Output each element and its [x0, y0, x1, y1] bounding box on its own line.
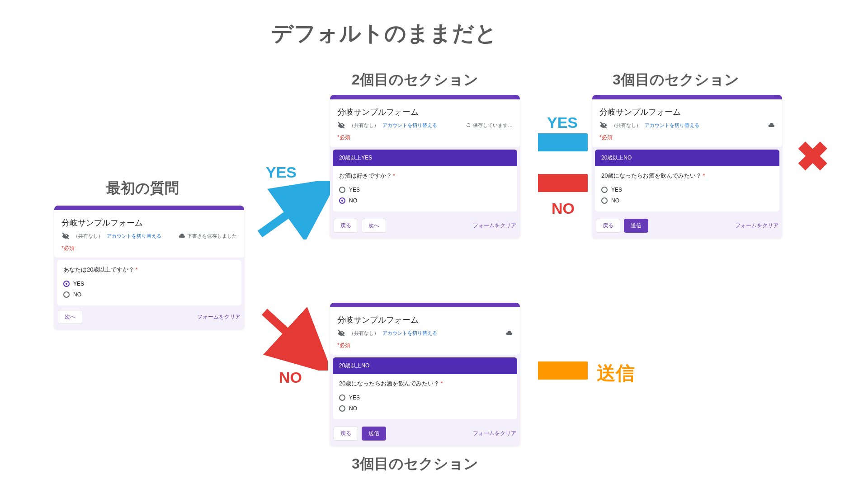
- question-title: あなたは20歳以上ですか？*: [63, 266, 235, 274]
- radio-option-no[interactable]: NO: [339, 403, 511, 414]
- switch-account-link[interactable]: アカウントを切り替える: [645, 122, 699, 129]
- arrow-label-submit: 送信: [597, 361, 635, 386]
- next-button[interactable]: 次へ: [58, 310, 82, 324]
- radio-option-no[interactable]: NO: [601, 195, 773, 206]
- form-card-first: 分岐サンプルフォーム （共有なし） アカウントを切り替える 下書きを保存しました…: [54, 206, 244, 329]
- form-title: 分岐サンプルフォーム: [337, 105, 513, 121]
- arrow-yes-right-icon: [538, 133, 588, 151]
- cross-icon: ✖: [796, 136, 830, 177]
- save-status: 下書きを保存しました: [187, 233, 237, 239]
- slide-title: デフォルトのままだと: [271, 19, 497, 48]
- radio-icon: [63, 291, 70, 298]
- radio-option-no[interactable]: NO: [339, 195, 511, 206]
- radio-icon: [339, 197, 345, 204]
- form-topbar: [330, 303, 520, 307]
- label-section-2: 2個目のセクション: [352, 70, 478, 90]
- share-note: （共有なし）: [349, 330, 379, 337]
- arrow-no-right-icon: [538, 174, 588, 192]
- form-title: 分岐サンプルフォーム: [337, 313, 513, 329]
- cloud-icon: [768, 122, 775, 129]
- eye-off-icon: [337, 329, 345, 337]
- radio-option-yes[interactable]: YES: [339, 392, 511, 403]
- arrow-label-yes-2: YES: [547, 114, 578, 131]
- eye-off-icon: [599, 121, 608, 129]
- form-topbar: [592, 95, 782, 99]
- refresh-icon: [466, 122, 471, 128]
- cloud-icon: [505, 329, 513, 337]
- question-title: 20歳になったらお酒を飲んでみたい？*: [339, 380, 511, 388]
- back-button[interactable]: 戻る: [596, 219, 620, 233]
- arrow-label-no-top: NO: [552, 200, 575, 217]
- svg-line-3: [264, 312, 319, 361]
- arrow-label-no-bottom: NO: [279, 369, 302, 386]
- form-topbar: [54, 206, 244, 210]
- submit-button[interactable]: 送信: [624, 219, 648, 233]
- save-status: 保存しています…: [473, 122, 513, 129]
- arrow-label-yes-1: YES: [266, 164, 297, 181]
- clear-form-link[interactable]: フォームをクリア: [473, 222, 516, 230]
- switch-account-link[interactable]: アカウントを切り替える: [382, 122, 437, 129]
- label-first-question: 最初の質問: [106, 178, 179, 198]
- radio-icon: [601, 197, 608, 204]
- switch-account-link[interactable]: アカウントを切り替える: [107, 233, 161, 239]
- back-button[interactable]: 戻る: [334, 427, 358, 441]
- radio-icon: [339, 187, 345, 193]
- share-note: （共有なし）: [349, 122, 379, 129]
- form-title: 分岐サンプルフォーム: [599, 105, 775, 121]
- switch-account-link[interactable]: アカウントを切り替える: [382, 330, 437, 337]
- share-note: （共有なし）: [611, 122, 641, 129]
- radio-option-yes[interactable]: YES: [601, 184, 773, 195]
- cloud-icon: [178, 232, 185, 239]
- form-title: 分岐サンプルフォーム: [61, 216, 237, 232]
- clear-form-link[interactable]: フォームをクリア: [735, 222, 778, 230]
- form-card-section3-top: 分岐サンプルフォーム （共有なし） アカウントを切り替える *必須 20歳以上N…: [592, 95, 782, 238]
- arrow-no-down-right-icon: [260, 307, 328, 371]
- required-note: *必須: [599, 134, 775, 141]
- svg-line-0: [260, 189, 323, 234]
- submit-button[interactable]: 送信: [362, 427, 386, 441]
- required-note: *必須: [337, 342, 513, 349]
- question-title: 20歳になったらお酒を飲んでみたい？*: [601, 172, 773, 180]
- section-header: 20歳以上NO: [333, 357, 517, 374]
- label-section-3-top: 3個目のセクション: [613, 70, 739, 90]
- question-title: お酒は好きですか？*: [339, 172, 511, 180]
- section-header: 20歳以上NO: [595, 150, 779, 166]
- form-card-section2: 分岐サンプルフォーム （共有なし） アカウントを切り替える 保存しています… *…: [330, 95, 520, 238]
- arrow-yes-up-right-icon: [255, 181, 332, 239]
- form-topbar: [330, 95, 520, 99]
- eye-off-icon: [61, 232, 70, 240]
- form-card-section3-bottom: 分岐サンプルフォーム （共有なし） アカウントを切り替える *必須 20歳以上N…: [330, 303, 520, 446]
- radio-icon: [601, 187, 608, 193]
- radio-option-no[interactable]: NO: [63, 289, 235, 300]
- radio-option-yes[interactable]: YES: [339, 184, 511, 195]
- arrow-submit-right-icon: [538, 361, 588, 380]
- label-section-3-bottom: 3個目のセクション: [352, 454, 478, 474]
- radio-icon: [339, 394, 345, 401]
- radio-option-yes[interactable]: YES: [63, 278, 235, 289]
- clear-form-link[interactable]: フォームをクリア: [473, 430, 516, 437]
- radio-icon: [63, 281, 70, 287]
- next-button[interactable]: 次へ: [362, 219, 386, 233]
- required-note: *必須: [337, 134, 513, 141]
- share-note: （共有なし）: [73, 233, 103, 239]
- radio-icon: [339, 405, 345, 412]
- section-header: 20歳以上YES: [333, 150, 517, 166]
- eye-off-icon: [337, 121, 345, 129]
- clear-form-link[interactable]: フォームをクリア: [197, 313, 241, 321]
- back-button[interactable]: 戻る: [334, 219, 358, 233]
- required-note: *必須: [61, 244, 237, 252]
